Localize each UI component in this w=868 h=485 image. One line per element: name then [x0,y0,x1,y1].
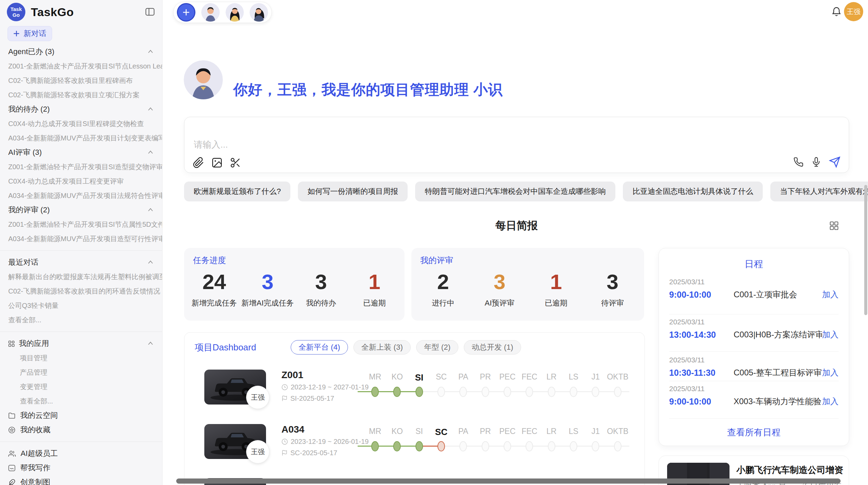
section-header-recent[interactable]: 最近对话 [0,255,162,270]
sidebar: Task Go TaskGo 新对话 Agent已办 (3) Z001-全新燃油… [0,0,162,485]
new-chat-button[interactable]: 新对话 [8,26,52,41]
agent-avatar-2[interactable] [226,3,244,22]
assistant-avatar [184,60,223,99]
sidebar-item[interactable]: A034-全新新能源MUV产品开发项目计划变更表编写 [0,131,162,145]
flag-icon [281,450,288,456]
sidebar-item-project-mgmt[interactable]: 项目管理 [0,351,162,365]
phone-icon[interactable] [793,157,804,167]
user-avatar[interactable]: 王强 [844,2,863,21]
section-title: AI评审 (3) [8,147,42,158]
sidebar-item-help-me-write[interactable]: 帮我写作 [0,461,162,475]
milestone-nodes [364,386,629,398]
tab-new-body[interactable]: 全新上装 (3) [353,340,411,355]
join-button[interactable]: 加入 [822,367,839,378]
agent-avatar-1[interactable] [201,3,220,22]
stat-in-progress: 2进行中 [415,269,471,308]
view-all-schedule-link[interactable]: 查看所有日程 [659,426,849,438]
milestone-labels: MRKOSISCPAPRPECFECLRLSJ1OKTB [364,427,629,437]
sidebar-item-ai-super-staff[interactable]: AI超级员工 [0,446,162,461]
suggestion-chip[interactable]: 当下年轻人对汽车外观有怎样的喜好趋势 [770,182,868,201]
sidebar-item-product-mgmt[interactable]: 产品管理 [0,365,162,380]
image-icon[interactable] [211,157,223,169]
section-title: Agent已办 (3) [8,47,55,57]
sidebar-item[interactable]: Z001-全新燃油轻卡产品开发项目SI节点属性5D文件评审 [0,217,162,232]
project-owner-badge: 王强 [246,386,269,409]
schedule-card: 日程 2025/03/11 9:00-10:00 C001-立项审批会 加入 2… [659,248,849,446]
tab-new-platform[interactable]: 全新平台 (4) [291,340,348,355]
greeting-text: 你好，王强，我是你的项目管理助理 小识 [233,80,503,99]
sidebar-item-change-mgmt[interactable]: 变更管理 [0,380,162,394]
project-owner-badge: 王强 [246,440,269,463]
event-time: 9:00-10:00 [669,397,734,407]
chevron-up-icon [147,149,154,156]
chevron-up-icon [147,106,154,113]
scissors-icon[interactable] [230,157,241,169]
stats-row: 2进行中 3AI预评审 1已逾期 3待评审 [415,269,641,308]
tab-powertrain[interactable]: 动总开发 (1) [464,340,521,355]
sidebar-item[interactable]: C02-飞腾新能源轻客改款项目里程碑画布 [0,73,162,88]
sidebar-item[interactable]: A034-全新新能源MUV产品开发项目法规符合性评审 [0,188,162,203]
horizontal-scrollbar[interactable] [176,478,841,484]
task-progress-card: 任务进度 24新增完成任务 3新增AI完成任务 3我的待办 1已逾期 [184,248,405,321]
milestone-nodes [364,440,629,452]
sidebar-item-creative-drawing[interactable]: 创意制图 [0,475,162,485]
clock-icon [281,384,288,390]
sidebar-item[interactable]: 解释最新出台的欧盟报废车法规再生塑料比例被调至15%... [0,270,162,284]
suggestion-chip[interactable]: 欧洲新规最近颁布了什么? [184,182,290,201]
sidebar-item-view-all-apps[interactable]: 查看全部... [0,394,162,408]
composer[interactable]: 请输入... [184,117,849,173]
join-button[interactable]: 加入 [822,289,839,300]
section-header-my-review[interactable]: 我的评审 (2) [0,203,162,217]
project-dates: 2023-12-19 ~ 2026-01-19 [281,438,369,446]
project-code: A034 [281,424,304,435]
tab-year-model[interactable]: 年型 (2) [416,340,458,355]
notification-bell-icon[interactable] [831,6,842,17]
section-header-ai-review[interactable]: AI评审 (3) [0,145,162,160]
send-icon[interactable] [829,156,841,168]
stat-ai-prereview: 3AI预评审 [471,269,528,308]
suggestion-chip[interactable]: 比亚迪全固态电池计划具体说了什么 [623,182,763,201]
join-button[interactable]: 加入 [822,396,839,407]
sidebar-header: Task Go TaskGo [0,0,162,24]
sidebar-item[interactable]: 公司Q3轻卡销量 [0,298,162,313]
app-logo: Task Go [7,3,25,21]
vertical-scrollbar[interactable] [864,185,867,315]
microphone-icon[interactable] [811,157,821,167]
stat-overdue: 1已逾期 [348,269,401,308]
sidebar-item[interactable]: C02-飞腾新能源轻客改款项目的闭环通告反馈情况 [0,284,162,298]
section-header-agent-done[interactable]: Agent已办 (3) [0,45,162,59]
quick-agents-bar [173,2,272,23]
section-header-my-todo[interactable]: 我的待办 (2) [0,102,162,116]
apps-grid-icon [8,340,15,347]
sidebar-item-cloud-space[interactable]: 我的云空间 [0,408,162,423]
stat-overdue: 1已逾期 [528,269,584,308]
briefing-layout-icon[interactable] [829,221,839,231]
section-title: 我的评审 (2) [8,205,50,215]
project-node-label: SC-2025-05-17 [290,449,337,457]
section-title: 最近对话 [8,257,38,268]
add-agent-button[interactable] [177,3,195,22]
sidebar-item-favorites[interactable]: 我的收藏 [0,423,162,437]
chevron-up-icon [147,207,154,213]
suggestion-chip[interactable]: 如何写一份清晰的项目周报 [298,182,408,201]
schedule-event: 2025/03/11 9:00-10:00 X003-车辆动力学性能验... 加… [669,385,839,407]
suggestion-chip[interactable]: 特朗普可能对进口汽车增税会对中国车企造成哪些影响 [415,182,615,201]
attachment-icon[interactable] [193,157,204,169]
sidebar-item-label: 帮我写作 [20,463,50,473]
project-code: Z001 [281,370,303,381]
sidebar-item[interactable]: Z001-全新燃油轻卡产品开发项目SI造型提交物评审 [0,160,162,174]
sidebar-item[interactable]: Z001-全新燃油皮卡产品开发项目SI节点Lesson Learn报告 [0,59,162,73]
sidebar-item[interactable]: C0X4-动力总成开发项目SI里程碑提交物检查 [0,116,162,131]
section-header-my-apps[interactable]: 我的应用 [0,336,162,351]
sidebar-item[interactable]: C02-飞腾新能源轻客改款项目立项汇报方案 [0,88,162,102]
event-name: C005-整车工程目标评审 [734,367,822,378]
join-button[interactable]: 加入 [822,329,839,340]
sidebar-item[interactable]: A034-全新新能源MUV产品开发项目造型可行性评审 [0,232,162,246]
event-date: 2025/03/11 [669,385,839,393]
agent-avatar-3[interactable] [250,3,268,22]
sidebar-toggle-icon[interactable] [145,8,155,16]
schedule-event: 2025/03/11 9:00-10:00 C001-立项审批会 加入 [669,278,839,300]
event-name: C001-立项审批会 [734,289,822,300]
sidebar-item-view-all[interactable]: 查看全部... [0,313,162,327]
sidebar-item[interactable]: C0X4-动力总成开发项目工程变更评审 [0,174,162,188]
